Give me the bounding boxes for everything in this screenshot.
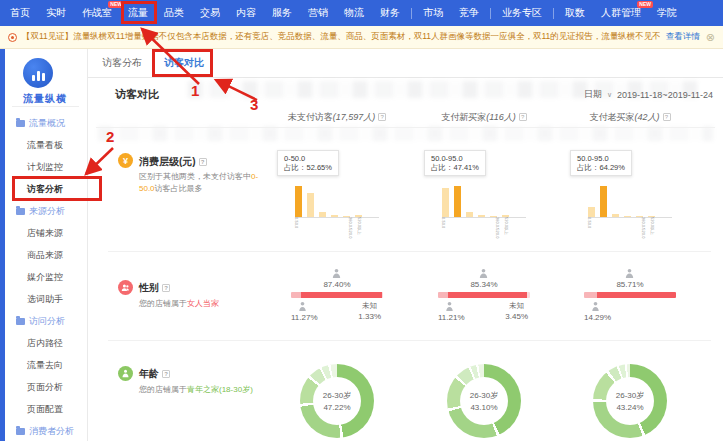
male-icon <box>297 301 308 312</box>
help-icon[interactable]: ? <box>199 158 207 166</box>
female-percent: 85.71% <box>582 280 678 289</box>
help-icon[interactable]: ? <box>663 113 671 121</box>
column-label: 支付新买家 <box>441 112 486 122</box>
nav-item-service[interactable]: 服务 <box>264 0 300 26</box>
people-glyph <box>121 283 130 292</box>
sidebar-section-traffic-overview[interactable]: 流量概况 <box>5 112 87 134</box>
tab-visitor-distribution[interactable]: 访客分布 <box>100 49 144 77</box>
x-tick: 280.0-520.0 <box>641 217 646 238</box>
notice-bar: 【双11见证】流量纵横双11增量数据不仅包含本店数据，还有竞店、竞品数据、流量、… <box>0 26 723 49</box>
sidebar-section-source-analysis[interactable]: 来源分析 <box>5 200 87 222</box>
divider <box>96 127 715 128</box>
consumption-chart-unpaid[interactable]: 0-50.0 占比：52.65% 0-50.0 280.0-520.0 520.… <box>291 150 383 225</box>
nav-item-warroom[interactable]: 作战室NEW <box>74 0 120 26</box>
nav-item-content[interactable]: 内容 <box>228 0 264 26</box>
nav-item-academy[interactable]: 学院 <box>649 0 685 26</box>
sidebar-brand: 流量纵横 <box>5 92 85 106</box>
sidebar-item-item-source[interactable]: 商品来源 <box>5 244 87 266</box>
nav-item-traffic[interactable]: 流量 <box>120 0 156 26</box>
traffic-logo-icon <box>23 58 53 88</box>
gender-ratio-bar <box>291 292 383 298</box>
nav-item-trade[interactable]: 交易 <box>192 0 228 26</box>
nav-divider <box>490 8 491 19</box>
tooltip-range: 50.0-95.0 <box>577 154 625 163</box>
donut-center-label: 26-30岁47.22% <box>300 364 374 438</box>
sidebar-item-page-analysis[interactable]: 页面分析 <box>5 376 87 398</box>
gender-widget-new-buyers: 85.34% 11.21% 未知 3.45% <box>436 268 532 330</box>
nav-item-marketing[interactable]: 营销 <box>300 0 336 26</box>
age-icon <box>118 366 133 381</box>
nav-item-logistics[interactable]: 物流 <box>336 0 372 26</box>
gender-widget-unpaid: 87.40% 11.27% 未知 1.33% <box>289 268 385 330</box>
sidebar-item-media-monitor[interactable]: 媒介监控 <box>5 266 87 288</box>
yen-icon: ¥ <box>118 153 133 168</box>
x-tick: 0-50.0 <box>587 217 592 228</box>
divider <box>108 340 711 341</box>
x-tick: 520.0以上 <box>650 217 655 235</box>
row-desc-age: 您的店铺属于青年之家(18-30岁) <box>139 384 273 396</box>
unknown-label: 未知 <box>362 301 377 311</box>
male-percent: 11.21% <box>438 313 465 322</box>
nav-item-realtime[interactable]: 实时 <box>38 0 74 26</box>
date-range-value: 2019-11-18~2019-11-24 <box>617 90 713 100</box>
male-percent: 14.29% <box>584 313 611 322</box>
date-filter[interactable]: 日期 ∨ 2019-11-18~2019-11-24 <box>584 88 713 101</box>
sidebar-item-traffic-direction[interactable]: 流量去向 <box>5 354 87 376</box>
column-count: (42人) <box>634 112 659 122</box>
sidebar-item-plan-monitor[interactable]: 计划监控 <box>5 156 87 178</box>
chart-tooltip: 50.0-95.0 占比：64.29% <box>570 150 632 176</box>
nav-divider <box>553 8 554 19</box>
nav-item-category[interactable]: 品类 <box>156 0 192 26</box>
sidebar-item-instore-path[interactable]: 店内路径 <box>5 332 87 354</box>
bar-chart: 0-50.0 280.0-520.0 520.0以上 <box>295 184 379 218</box>
notice-text: 【双11见证】流量纵横双11增量数据不仅包含本店数据，还有竞店、竞品数据、流量、… <box>22 31 660 43</box>
nav-item-data[interactable]: 取数 <box>557 0 593 26</box>
tooltip-value: 64.29% <box>600 163 625 172</box>
unknown-percent: 1.33% <box>358 312 381 321</box>
help-icon[interactable]: ? <box>519 113 527 121</box>
x-tick: 280.0-520.0 <box>495 217 500 238</box>
sidebar-item-page-config[interactable]: 页面配置 <box>5 398 87 420</box>
top-nav: 首页 实时 作战室NEW 流量 品类 交易 内容 服务 营销 物流 财务 市场 … <box>0 0 723 26</box>
sidebar-item-visitor-analysis[interactable]: 访客分析 <box>5 178 87 200</box>
sidebar-item-traffic-board[interactable]: 流量看板 <box>5 134 87 156</box>
age-donut-old-buyers[interactable]: 26-30岁43.24% <box>593 364 667 438</box>
nav-item-crowd[interactable]: 人群管理NEW <box>593 0 649 26</box>
sidebar-section-visit-analysis[interactable]: 访问分析 <box>5 310 87 332</box>
sidebar-section-consumer-analysis[interactable]: 消费者分析 <box>5 420 87 441</box>
row-title-consumption: 消费层级(元)? <box>139 155 207 169</box>
age-donut-new-buyers[interactable]: 26-30岁43.10% <box>447 364 521 438</box>
chevron-down-icon: ∨ <box>607 91 612 99</box>
gender-icon <box>118 280 133 295</box>
tooltip-range: 0-50.0 <box>284 154 332 163</box>
app-window: 首页 实时 作战室NEW 流量 品类 交易 内容 服务 营销 物流 财务 市场 … <box>0 0 723 441</box>
notice-detail-link[interactable]: 查看详情 <box>666 31 700 43</box>
nav-item-finance[interactable]: 财务 <box>372 0 408 26</box>
column-label: 未支付访客 <box>288 112 333 122</box>
folder-icon <box>16 120 25 127</box>
help-icon[interactable]: ? <box>162 284 170 292</box>
unknown-percent: 3.45% <box>505 312 528 321</box>
nav-divider <box>411 8 412 19</box>
nav-item-warroom-label: 作战室 <box>82 7 112 18</box>
help-icon[interactable]: ? <box>162 370 170 378</box>
donut-center-label: 26-30岁43.10% <box>447 364 521 438</box>
consumption-chart-new-buyers[interactable]: 50.0-95.0 占比：47.41% 0-50.0 280.0-520.0 5… <box>438 150 530 225</box>
tab-bar: 访客分布 访客对比 <box>88 49 723 78</box>
nav-item-market[interactable]: 市场 <box>415 0 451 26</box>
x-tick: 520.0以上 <box>504 217 509 235</box>
consumption-chart-old-buyers[interactable]: 50.0-95.0 占比：64.29% 0-50.0 280.0-520.0 5… <box>584 150 676 225</box>
tooltip-range: 50.0-95.0 <box>431 154 479 163</box>
tab-visitor-compare[interactable]: 访客对比 <box>162 49 206 77</box>
male-icon <box>444 301 455 312</box>
section-label: 流量概况 <box>29 117 65 130</box>
nav-item-bizzone[interactable]: 业务专区 <box>494 0 550 26</box>
sidebar-item-shop-source[interactable]: 店铺来源 <box>5 222 87 244</box>
nav-item-competition[interactable]: 竞争 <box>451 0 487 26</box>
age-donut-unpaid[interactable]: 26-30岁47.22% <box>300 364 374 438</box>
nav-item-home[interactable]: 首页 <box>2 0 38 26</box>
sidebar-item-word-helper[interactable]: 选词助手 <box>5 288 87 310</box>
chart-tooltip: 50.0-95.0 占比：47.41% <box>424 150 486 176</box>
folder-icon <box>16 208 25 215</box>
close-icon[interactable]: ⊗ <box>700 31 715 44</box>
